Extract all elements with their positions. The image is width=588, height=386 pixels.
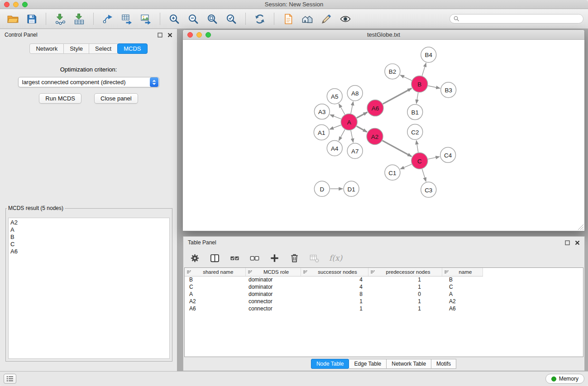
tab-network[interactable]: Network	[29, 43, 64, 54]
float-panel-button[interactable]	[158, 33, 163, 38]
select-all-button[interactable]	[229, 253, 240, 263]
run-mcds-button[interactable]: Run MCDS	[39, 93, 81, 104]
search-field[interactable]	[449, 14, 583, 24]
refresh-view-button[interactable]	[252, 11, 268, 27]
tab-motifs[interactable]: Motifs	[431, 359, 456, 369]
graph-node-B1[interactable]: B1	[407, 105, 423, 120]
graph-node-A1[interactable]: A1	[314, 125, 329, 140]
graph-node-C[interactable]: C	[411, 152, 428, 169]
graph-edge-B-B3[interactable]	[428, 86, 440, 88]
delete-rows-button[interactable]	[289, 253, 300, 263]
graph-edge-A-A1[interactable]	[330, 125, 341, 129]
zoom-in-button[interactable]	[166, 11, 182, 27]
table-row[interactable]: A6connector11A6	[185, 305, 583, 312]
table-row[interactable]: A2connector11A2	[185, 298, 583, 305]
graph-node-A7[interactable]: A7	[347, 143, 363, 158]
column-header-name[interactable]: name	[442, 268, 483, 276]
graph-node-D1[interactable]: D1	[344, 181, 359, 196]
graph-node-A4[interactable]: A4	[327, 140, 342, 156]
mcds-result-item[interactable]: A	[10, 226, 167, 234]
task-history-button[interactable]	[4, 374, 16, 384]
export-image-button[interactable]	[138, 11, 154, 27]
graph-edge-A2-C[interactable]	[382, 141, 412, 157]
table-row[interactable]: Bdominator41B	[185, 276, 583, 283]
column-header-MCDS-role[interactable]: MCDS role	[245, 268, 301, 276]
first-neighbors-button[interactable]	[280, 11, 296, 27]
graph-node-C3[interactable]: C3	[421, 182, 436, 197]
graph-node-C2[interactable]: C2	[407, 124, 423, 140]
mcds-result-item[interactable]: C	[10, 241, 167, 248]
graph-node-A8[interactable]: A8	[347, 86, 363, 101]
criterion-dropdown[interactable]: largest connected component (directed)	[18, 77, 159, 87]
table-row[interactable]: Cdominator41C	[185, 283, 583, 291]
zoom-selected-button[interactable]	[223, 11, 239, 27]
tab-mcds[interactable]: MCDS	[117, 43, 147, 54]
close-mcds-panel-button[interactable]: Close panel	[94, 93, 138, 104]
column-selector-button[interactable]	[210, 253, 220, 263]
graph-node-B2[interactable]: B2	[385, 64, 400, 79]
graph-node-A6[interactable]: A6	[367, 100, 383, 116]
graph-node-D[interactable]: D	[314, 181, 330, 196]
graph-edge-A-A3[interactable]	[330, 114, 341, 119]
float-table-panel-button[interactable]	[565, 240, 570, 245]
zoom-window-button[interactable]	[22, 2, 28, 7]
minimize-window-button[interactable]	[13, 2, 19, 7]
graph-edge-B-B4[interactable]	[422, 63, 426, 76]
graph-edge-A6-B[interactable]	[383, 88, 412, 104]
mcds-result-list[interactable]: A2ABCA6	[8, 218, 170, 359]
mcds-result-item[interactable]: A6	[10, 248, 167, 255]
column-header-shared-name[interactable]: shared name	[185, 268, 245, 276]
graph-edge-A-A4[interactable]	[339, 129, 345, 141]
table-row[interactable]: Adominator80A	[185, 291, 583, 298]
graph-edge-B-B2[interactable]	[400, 75, 412, 81]
column-header-successor-nodes[interactable]: successor nodes	[301, 268, 368, 276]
tab-network-table[interactable]: Network Table	[387, 359, 431, 369]
column-header-predecessor-nodes[interactable]: predecessor nodes	[368, 268, 442, 276]
graph-edge-A-A7[interactable]	[351, 130, 353, 143]
function-builder-button[interactable]: f(x)	[329, 253, 342, 262]
graph-node-A5[interactable]: A5	[327, 89, 342, 104]
graph-edge-A-A6[interactable]	[357, 112, 368, 118]
close-panel-button[interactable]	[167, 33, 172, 38]
graph-node-B3[interactable]: B3	[441, 82, 456, 98]
graph-node-B[interactable]: B	[411, 76, 428, 92]
graph-edge-B-B1[interactable]	[416, 93, 418, 104]
close-table-panel-button[interactable]	[575, 240, 580, 245]
resize-grip[interactable]	[578, 224, 584, 230]
zoom-network-window-button[interactable]	[206, 32, 211, 38]
export-table-button[interactable]	[119, 11, 135, 27]
close-network-window-button[interactable]	[187, 32, 193, 38]
graph-node-C1[interactable]: C1	[385, 165, 400, 180]
mcds-result-item[interactable]: A2	[10, 219, 167, 226]
search-input[interactable]	[462, 16, 579, 22]
add-row-button[interactable]	[269, 253, 280, 263]
show-hide-graphics-button[interactable]	[337, 11, 354, 27]
graph-edge-C-C4[interactable]	[428, 157, 440, 159]
graph-node-B4[interactable]: B4	[421, 47, 436, 62]
memory-button[interactable]: Memory	[545, 374, 584, 384]
graph-edge-A-A8[interactable]	[351, 101, 353, 114]
network-canvas[interactable]: B4B2BB3A8A5A6A3B1AC2A1A2A4A7C4CC1DD1C3	[183, 40, 584, 231]
graph-edge-A-A2[interactable]	[357, 126, 367, 132]
home-button[interactable]	[299, 11, 316, 27]
graph-edge-C-C1[interactable]	[400, 164, 411, 169]
import-table-button[interactable]	[71, 11, 87, 27]
save-session-button[interactable]	[24, 11, 40, 27]
export-network-button[interactable]	[100, 11, 116, 27]
graph-edge-C-C2[interactable]	[416, 140, 418, 152]
zoom-fit-button[interactable]	[204, 11, 220, 27]
close-window-button[interactable]	[4, 2, 10, 7]
delete-table-button[interactable]	[309, 253, 320, 263]
tab-edge-table[interactable]: Edge Table	[349, 359, 387, 369]
tab-style[interactable]: Style	[64, 43, 89, 54]
graph-node-A2[interactable]: A2	[367, 129, 383, 145]
graph-edge-A-A5[interactable]	[339, 104, 345, 114]
graph-node-A3[interactable]: A3	[314, 104, 330, 119]
graph-edge-C-C3[interactable]	[422, 169, 426, 181]
graph-node-C4[interactable]: C4	[440, 147, 456, 162]
apply-style-button[interactable]	[318, 11, 335, 27]
mcds-result-item[interactable]: B	[10, 234, 167, 241]
tab-node-table[interactable]: Node Table	[311, 359, 349, 369]
tab-select[interactable]: Select	[89, 43, 118, 54]
import-network-button[interactable]	[52, 11, 68, 27]
